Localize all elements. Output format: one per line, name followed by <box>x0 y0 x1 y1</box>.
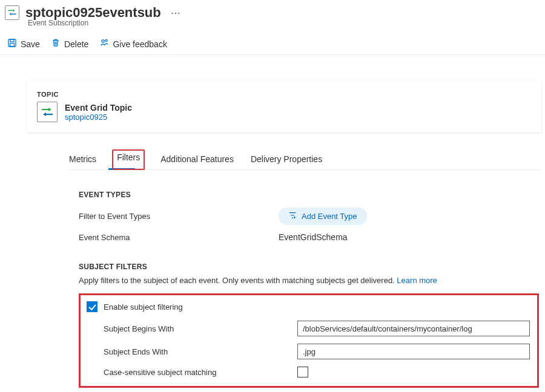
topic-link[interactable]: sptopic0925 <box>65 113 132 122</box>
feedback-label: Give feedback <box>113 39 167 49</box>
feedback-button[interactable]: Give feedback <box>99 38 167 50</box>
subject-filters-heading: SUBJECT FILTERS <box>79 263 545 271</box>
tab-bar: Metrics Filters Additional Features Deli… <box>68 149 541 170</box>
learn-more-link[interactable]: Learn more <box>397 276 437 285</box>
svg-point-4 <box>105 39 107 41</box>
subject-filter-highlighted-area: Enable subject filtering Subject Begins … <box>79 293 539 388</box>
topic-type: Event Grid Topic <box>65 103 132 113</box>
save-icon <box>7 38 17 50</box>
svg-rect-2 <box>10 44 15 47</box>
event-types-heading: EVENT TYPES <box>79 191 545 199</box>
more-menu[interactable]: ⋯ <box>167 7 184 19</box>
subject-begins-with-input[interactable] <box>297 321 530 336</box>
subject-filters-section: SUBJECT FILTERS Apply filters to the sub… <box>79 263 545 388</box>
event-subscription-icon <box>5 5 19 20</box>
filter-to-event-types-label: Filter to Event Types <box>79 212 279 221</box>
event-types-section: EVENT TYPES Filter to Event Types Add Ev… <box>79 191 545 242</box>
event-grid-topic-icon <box>37 102 58 122</box>
case-sensitive-label: Case-sensitive subject matching <box>104 368 297 377</box>
tab-additional-features[interactable]: Additional Features <box>159 149 235 169</box>
enable-subject-filtering-label: Enable subject filtering <box>104 302 183 312</box>
event-schema-label: Event Schema <box>79 233 279 242</box>
case-sensitive-checkbox[interactable] <box>297 367 308 377</box>
svg-point-3 <box>102 40 104 42</box>
subject-ends-with-label: Subject Ends With <box>104 347 297 356</box>
feedback-icon <box>99 38 109 50</box>
subject-filters-desc: Apply filters to the subject of each eve… <box>79 276 395 285</box>
filter-icon <box>288 211 297 221</box>
tab-metrics[interactable]: Metrics <box>68 149 97 169</box>
subject-begins-with-label: Subject Begins With <box>104 324 297 333</box>
event-schema-value: EventGridSchema <box>279 232 348 242</box>
add-event-type-label: Add Event Type <box>302 212 357 221</box>
save-label: Save <box>21 39 40 49</box>
delete-label: Delete <box>64 39 88 49</box>
save-button[interactable]: Save <box>7 38 40 50</box>
command-bar: Save Delete Give feedback <box>5 32 545 54</box>
tab-delivery-properties[interactable]: Delivery Properties <box>249 149 323 169</box>
topic-card: TOPIC Event Grid Topic sptopic0925 <box>27 82 541 132</box>
add-event-type-button[interactable]: Add Event Type <box>279 207 367 225</box>
tab-filters[interactable]: Filters <box>112 149 145 170</box>
delete-button[interactable]: Delete <box>51 38 88 50</box>
delete-icon <box>51 38 61 50</box>
svg-rect-1 <box>10 39 14 42</box>
enable-subject-filtering-checkbox[interactable] <box>87 301 97 312</box>
topic-label: TOPIC <box>37 91 531 98</box>
subject-ends-with-input[interactable] <box>297 344 530 359</box>
